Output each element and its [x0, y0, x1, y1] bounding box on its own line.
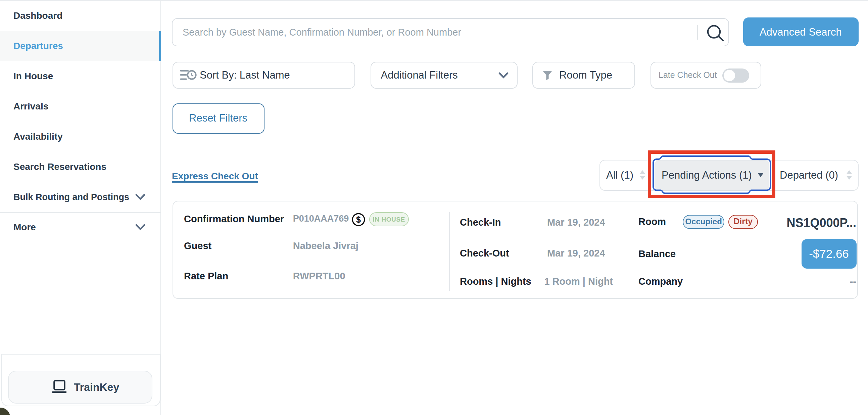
- svg-text:$: $: [356, 214, 361, 224]
